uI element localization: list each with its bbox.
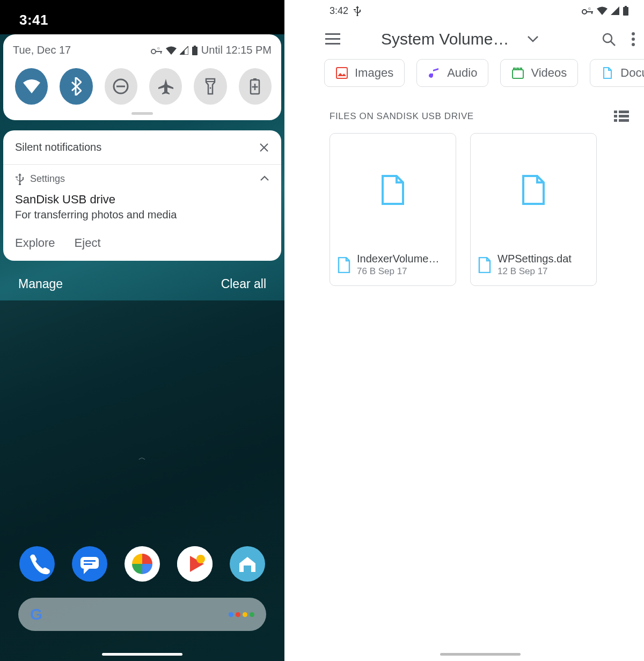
file-card[interactable]: WPSettings.dat 12 B Sep 17 [470,133,597,286]
svg-rect-25 [325,43,340,45]
qs-expand-handle[interactable] [131,112,153,115]
dock [0,546,284,582]
eject-button[interactable]: Eject [75,236,101,250]
silent-notifications-label: Silent notifications [15,141,101,153]
svg-rect-2 [160,51,162,54]
chip-documents[interactable]: Docu [590,59,644,87]
search-bar[interactable]: G [18,598,266,631]
wifi-icon [22,78,41,94]
qs-tile-airplane[interactable] [149,68,182,105]
file-small-icon [478,257,491,273]
status-time-right: 3:42 [330,5,348,17]
svg-text:G: G [588,7,591,10]
battery-status-icon [623,6,629,16]
notification-title: SanDisk USB drive [15,193,269,207]
images-icon [335,67,348,79]
chevron-down-icon[interactable] [527,35,539,43]
nav-pill[interactable] [440,653,521,656]
chip-documents-label: Docu [620,66,644,80]
file-icon [380,175,405,205]
qs-header: Tue, Dec 17 G Until 12:15 PM [13,44,272,56]
dock-play-app[interactable] [177,546,213,582]
svg-rect-35 [614,115,617,117]
right-screenshot: 3:42 G System Volume… Images Audio [317,0,644,661]
assistant-icon[interactable] [229,612,254,617]
home-icon [230,546,265,582]
svg-rect-32 [513,70,523,78]
screenshot-separator [284,0,317,661]
explore-button[interactable]: Explore [15,236,55,250]
file-name: WPSettings.dat [497,253,572,265]
svg-point-26 [603,34,612,42]
notification-card[interactable]: Silent notifications Settings SanDisk US… [3,130,281,261]
app-bar: System Volume… [317,21,644,57]
chip-images[interactable]: Images [324,59,405,87]
close-icon[interactable] [259,142,269,153]
search-icon[interactable] [601,32,616,47]
file-card[interactable]: IndexerVolume… 76 B Sep 17 [330,133,456,286]
chip-audio[interactable]: Audio [416,59,488,87]
svg-rect-23 [325,33,340,35]
file-name: IndexerVolume… [357,253,439,265]
audio-icon [428,67,441,79]
notification-source: Settings [30,173,65,185]
filter-chips-row[interactable]: Images Audio Videos Docu [317,57,644,94]
battery-saver-icon [250,78,260,95]
chevron-up-icon[interactable] [260,175,269,182]
svg-rect-36 [619,115,629,117]
svg-text:G: G [157,47,160,50]
gesture-nav-pill[interactable] [102,653,182,656]
airplane-icon [157,78,174,95]
hamburger-menu-icon[interactable] [325,33,340,45]
svg-rect-13 [84,560,96,562]
chip-images-label: Images [355,66,393,80]
svg-point-16 [196,555,205,563]
shade-footer: Manage Clear all [0,277,284,291]
svg-rect-22 [625,6,627,8]
dock-home-app[interactable] [230,546,265,582]
silent-notifications-header: Silent notifications [3,130,281,165]
app-drawer-hint-icon: ︿ [138,453,146,462]
qs-tile-battery-saver[interactable] [239,68,272,105]
dock-phone-app[interactable] [19,546,55,582]
dock-messages-app[interactable] [72,546,107,582]
quick-settings-panel: Tue, Dec 17 G Until 12:15 PM [3,34,281,120]
usb-status-icon [354,5,361,16]
notification-body: Settings SanDisk USB drive For transferr… [3,165,281,230]
chip-videos[interactable]: Videos [500,59,578,87]
file-thumbnail [330,134,456,246]
section-label: FILES ON SANDISK USB DRIVE [330,111,474,122]
svg-point-17 [582,10,587,14]
messages-icon [72,546,107,582]
manage-button[interactable]: Manage [18,277,63,291]
dnd-icon [112,77,130,96]
qs-tile-bluetooth[interactable] [60,68,92,105]
svg-rect-38 [619,119,629,122]
svg-rect-14 [84,563,92,565]
chip-audio-label: Audio [447,66,477,80]
google-logo-icon: G [30,605,42,623]
dock-photos-app[interactable] [125,546,160,582]
overflow-menu-icon[interactable] [631,32,635,47]
qs-tile-wifi[interactable] [15,68,48,105]
svg-point-30 [632,43,635,46]
clear-all-button[interactable]: Clear all [221,277,266,291]
qs-tile-flashlight[interactable] [194,68,226,105]
appbar-title[interactable]: System Volume… [381,30,509,48]
notification-actions: Explore Eject [3,230,281,261]
chip-videos-label: Videos [531,66,567,80]
wifi-status-icon [166,46,177,55]
list-view-toggle-icon[interactable] [614,111,629,122]
svg-rect-4 [192,47,197,55]
file-small-icon [338,257,350,273]
svg-rect-34 [619,111,629,113]
svg-point-28 [632,32,635,35]
svg-rect-21 [623,7,628,16]
svg-rect-24 [325,38,340,40]
svg-point-9 [209,87,211,89]
file-thumbnail [471,134,596,246]
svg-rect-12 [80,557,99,569]
wifi-status-icon [597,6,608,15]
phone-icon [19,546,55,582]
qs-tile-dnd[interactable] [105,68,137,105]
